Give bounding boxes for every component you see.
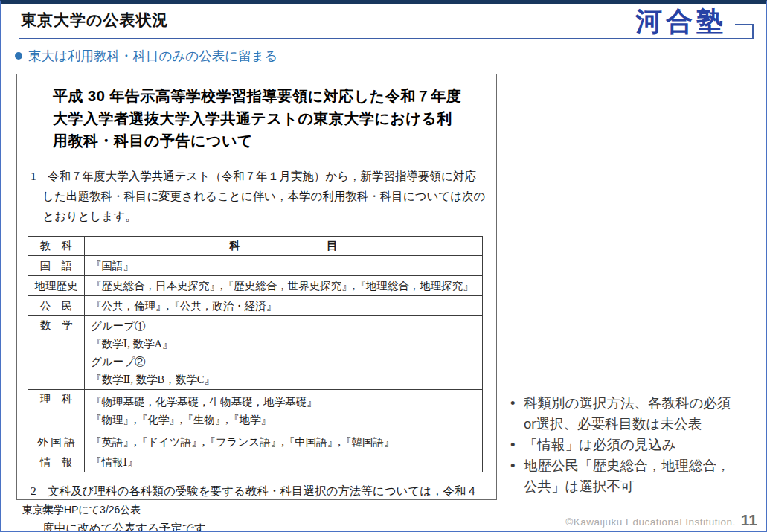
courses-cell: 『歴史総合，日本史探究』,『歴史総合，世界史探究』,『地理総合，地理探究』 (85, 276, 483, 296)
kawaijuku-logo: 河合塾 (635, 8, 727, 35)
document-title: 平成 30 年告示高等学校学習指導要領に対応した令和７年度 大学入学者選抜大学入… (53, 85, 490, 152)
table-row-gaikokugo: 外 国 語 『英語』,『ドイツ語』,『フランス語』,『中国語』,『韓国語』 (28, 432, 483, 452)
table-row-chirirekishi: 地理歴史 『歴史総合，日本史探究』,『歴史総合，世界史探究』,『地理総合，地理探… (28, 276, 483, 296)
source-note: 東京大学HPにて3/26公表 (22, 504, 141, 517)
subjects-table: 教 科 科 目 国 語 『国語』 地理歴史 『歴史総合，日本史探究』,『歴史総合… (28, 236, 483, 472)
subject-cell: 外 国 語 (28, 432, 85, 452)
note-item: 「情報」は必須の見込み (509, 435, 756, 455)
subject-cell: 理 科 (28, 390, 85, 432)
table-row-rika: 理 科 『物理基礎，化学基礎，生物基礎，地学基礎』 『物理』,『化学』,『生物』… (28, 390, 483, 432)
courses-cell: 『物理基礎，化学基礎，生物基礎，地学基礎』 『物理』,『化学』,『生物』,『地学… (85, 390, 483, 432)
courses-cell: 『英語』,『ドイツ語』,『フランス語』,『中国語』,『韓国語』 (85, 432, 483, 452)
courses-cell: 『情報Ⅰ』 (85, 452, 483, 472)
column-header-subject: 教 科 (28, 237, 85, 256)
courses-cell: グループ① 『数学Ⅰ, 数学A』 グループ② 『数学Ⅱ, 数学B，数学C』 (85, 316, 483, 390)
copyright-text: ©Kawaijuku Educational Institution. (565, 516, 736, 528)
table-row-koumin: 公 民 『公共，倫理』,『公共，政治・経済』 (28, 296, 483, 316)
courses-cell: 『国語』 (85, 256, 483, 276)
column-header-courses: 科 目 (85, 237, 483, 256)
notes-list: 科類別の選択方法、各教科の必須 or選択、必要科目数は未公表 「情報」は必須の見… (509, 393, 756, 497)
document-paragraph-1: 1 令和７年度大学入学共通テスト（令和７年１月実施）から，新学習指導要領に対応 … (31, 166, 487, 226)
footer: ©Kawaijuku Educational Institution. 11 (565, 511, 757, 529)
note-item: 科類別の選択方法、各教科の必須 or選択、必要科目数は未公表 (509, 393, 756, 435)
subject-cell: 公 民 (28, 296, 85, 316)
table-row-joho: 情 報 『情報Ⅰ』 (28, 452, 483, 472)
courses-cell: 『公共，倫理』,『公共，政治・経済』 (85, 296, 483, 316)
subject-cell: 情 報 (28, 452, 85, 472)
header-rule-step-vertical (752, 24, 754, 39)
bullet-circle-icon (15, 52, 22, 60)
page-title: 東京大学の公表状況 (21, 10, 169, 31)
note-item: 地歴公民「歴史総合，地理総合， 公共」は選択不可 (509, 455, 756, 497)
table-row-sugaku: 数 学 グループ① 『数学Ⅰ, 数学A』 グループ② 『数学Ⅱ, 数学B，数学C… (28, 316, 483, 390)
key-point-text: 東大は利用教科・科目のみの公表に留まる (28, 47, 277, 65)
subject-cell: 数 学 (28, 316, 85, 390)
subject-cell: 地理歴史 (28, 276, 85, 296)
page-number: 11 (741, 511, 757, 529)
table-header-row: 教 科 科 目 (28, 237, 483, 256)
document-panel: 平成 30 年告示高等学校学習指導要領に対応した令和７年度 大学入学者選抜大学入… (16, 74, 497, 500)
key-point-line: 東大は利用教科・科目のみの公表に留まる (15, 47, 277, 65)
header-rule (19, 38, 753, 39)
table-row-kokugo: 国 語 『国語』 (28, 256, 483, 276)
subject-cell: 国 語 (28, 256, 85, 276)
header-rule-step-top (735, 24, 754, 25)
